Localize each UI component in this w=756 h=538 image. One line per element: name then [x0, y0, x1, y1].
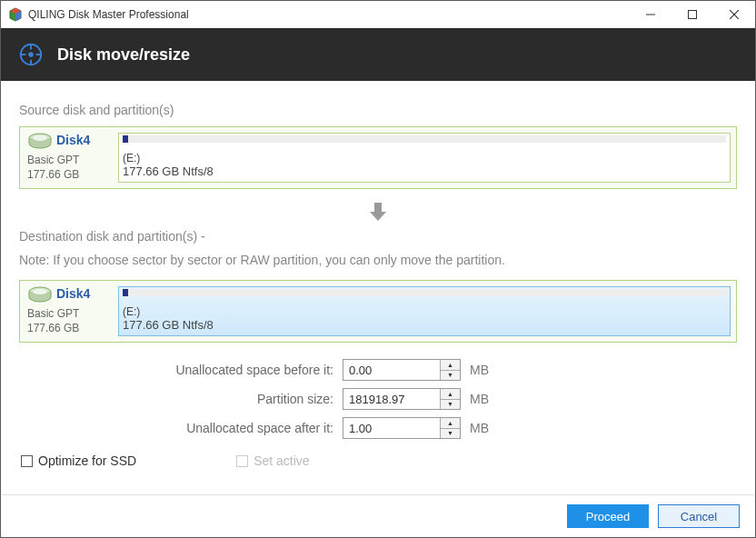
destination-label: Destination disk and partition(s) -: [19, 229, 737, 244]
spinner-up-icon[interactable]: ▲: [441, 418, 460, 429]
hard-drive-icon: [27, 133, 53, 151]
app-icon: [8, 7, 23, 22]
page-header: Disk move/resize: [1, 28, 755, 81]
partition-size-label: Partition size:: [19, 392, 343, 406]
unallocated-after-label: Unallocated space after it:: [19, 421, 343, 435]
unallocated-after-value[interactable]: [343, 418, 440, 438]
svg-point-14: [33, 135, 47, 141]
destination-partition[interactable]: (E:) 177.66 GB Ntfs/8: [118, 286, 731, 336]
unallocated-before-value[interactable]: [343, 360, 440, 380]
source-partition-letter: (E:): [123, 152, 726, 164]
options-row: Optimize for SSD Set active: [19, 446, 737, 468]
source-disk-type: Basic GPT: [27, 153, 109, 167]
maximize-button[interactable]: [671, 1, 713, 28]
cancel-button[interactable]: Cancel: [658, 504, 740, 528]
dialog-footer: Proceed Cancel: [2, 494, 754, 537]
spinner-up-icon[interactable]: ▲: [441, 360, 460, 371]
set-active-checkbox: Set active: [236, 453, 309, 468]
optimize-ssd-checkbox[interactable]: Optimize for SSD: [21, 453, 136, 468]
optimize-ssd-label: Optimize for SSD: [38, 453, 136, 468]
source-disk-panel[interactable]: Disk4 Basic GPT 177.66 GB (E:) 177.66 GB…: [19, 126, 737, 189]
window-title: QILING Disk Master Professional: [28, 8, 630, 21]
source-partition-desc: 177.66 GB Ntfs/8: [123, 164, 726, 178]
unallocated-after-input[interactable]: ▲ ▼: [343, 417, 461, 439]
size-fields: Unallocated space before it: ▲ ▼ MB Part…: [19, 359, 737, 439]
unit-label: MB: [470, 363, 489, 377]
unallocated-before-label: Unallocated space before it:: [19, 363, 343, 377]
destination-partition-letter: (E:): [123, 305, 726, 318]
svg-point-16: [33, 289, 47, 294]
destination-note: Note: If you choose sector by sector or …: [19, 253, 737, 267]
spinner-up-icon[interactable]: ▲: [441, 389, 460, 400]
checkbox-box[interactable]: [21, 455, 33, 467]
disk-resize-icon: [17, 41, 45, 68]
main-content: Source disk and partition(s) Disk4 Basic…: [1, 81, 755, 477]
set-active-label: Set active: [254, 453, 309, 468]
close-button[interactable]: [713, 1, 755, 28]
page-title: Disk move/resize: [57, 45, 190, 65]
destination-disk-panel[interactable]: Disk4 Basic GPT 177.66 GB (E:) 177.66 GB…: [19, 280, 737, 343]
partition-size-value[interactable]: [343, 389, 440, 409]
unit-label: MB: [470, 392, 489, 406]
svg-point-8: [28, 52, 34, 57]
destination-disk-type: Basic GPT: [27, 306, 109, 321]
unallocated-before-input[interactable]: ▲ ▼: [343, 359, 461, 381]
checkbox-box: [236, 455, 248, 467]
destination-partition-desc: 177.66 GB Ntfs/8: [123, 318, 726, 332]
source-disk-name: Disk4: [56, 133, 90, 147]
source-partition[interactable]: (E:) 177.66 GB Ntfs/8: [118, 133, 731, 183]
destination-disk-info: Disk4 Basic GPT 177.66 GB: [25, 286, 111, 336]
partition-size-input[interactable]: ▲ ▼: [343, 388, 461, 410]
unit-label: MB: [470, 421, 489, 435]
hard-drive-icon: [27, 286, 53, 304]
minimize-button[interactable]: [630, 1, 671, 28]
window-controls: [630, 1, 755, 27]
destination-disk-size: 177.66 GB: [27, 321, 109, 335]
svg-rect-4: [689, 11, 697, 19]
source-disk-size: 177.66 GB: [27, 167, 109, 182]
destination-disk-name: Disk4: [56, 286, 90, 301]
spinner-down-icon[interactable]: ▼: [441, 371, 460, 381]
arrow-down-icon: [19, 189, 737, 229]
source-disk-info: Disk4 Basic GPT 177.66 GB: [25, 133, 111, 183]
spinner-down-icon[interactable]: ▼: [441, 400, 460, 410]
source-label: Source disk and partition(s): [19, 103, 737, 117]
proceed-button[interactable]: Proceed: [567, 504, 649, 528]
spinner-down-icon[interactable]: ▼: [441, 429, 460, 439]
source-usage-bar: [123, 135, 726, 143]
titlebar: QILING Disk Master Professional: [1, 1, 755, 28]
destination-usage-bar[interactable]: [123, 289, 726, 296]
